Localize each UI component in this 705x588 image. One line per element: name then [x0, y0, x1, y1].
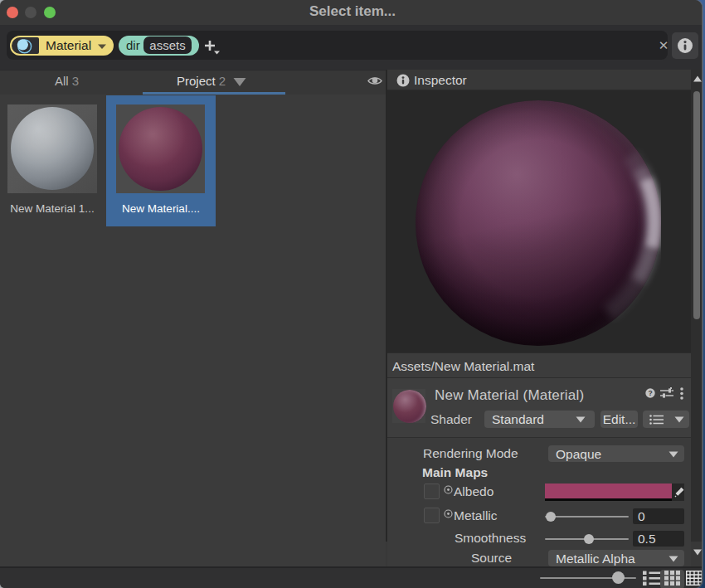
- svg-text:?: ?: [648, 389, 652, 397]
